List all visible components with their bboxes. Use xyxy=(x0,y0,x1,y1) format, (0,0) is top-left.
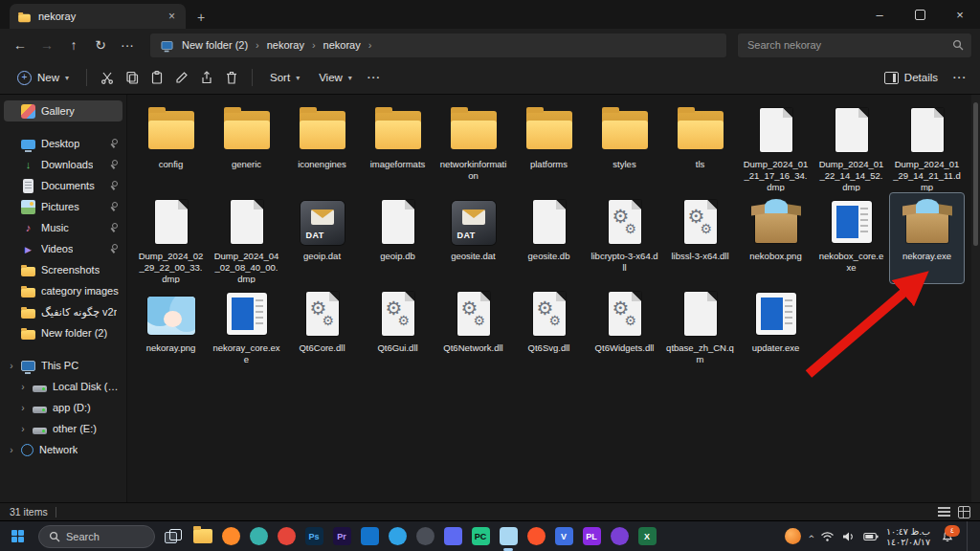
sidebar-item-network[interactable]: ›Network xyxy=(4,439,122,460)
breadcrumb-item-nekoray[interactable]: nekoray xyxy=(265,38,306,52)
file-config[interactable]: config xyxy=(133,100,209,192)
explorer-tab[interactable]: nekoray × xyxy=(10,4,186,29)
taskbar-vscode-icon[interactable] xyxy=(358,524,381,549)
new-button[interactable]: + New ▾ xyxy=(10,67,77,89)
file-qt6widgets-dll[interactable]: ⚙⚙Qt6Widgets.dll xyxy=(587,284,662,376)
file-updater-exe[interactable]: updater.exe xyxy=(738,284,813,376)
sidebar-item-app-d[interactable]: ›app (D:) xyxy=(4,397,122,418)
expand-chevron-icon[interactable]: › xyxy=(8,445,15,455)
taskbar-brave-icon[interactable] xyxy=(524,524,547,549)
details-button[interactable]: Details xyxy=(877,68,946,88)
tray-clock[interactable]: ب.ظ ١٠:٤٧ ١٤٠٢/٠٨/١٧ xyxy=(886,526,930,547)
sidebar-item-downloads[interactable]: Downloads xyxy=(4,154,122,175)
file-nekoray-exe[interactable]: nekoray.exe xyxy=(889,192,965,284)
file-qt6gui-dll[interactable]: ⚙⚙Qt6Gui.dll xyxy=(360,284,435,376)
sidebar-item-this-pc[interactable]: ›This PC xyxy=(4,355,122,376)
file-platforms[interactable]: platforms xyxy=(511,100,587,192)
view-button[interactable]: View ▾ xyxy=(311,68,360,87)
chevron-right-icon[interactable]: › xyxy=(368,39,372,51)
file-dump-2024-01-22-14-14-52-dmp[interactable]: Dump_2024_01_22_14_14_52.dmp xyxy=(813,100,889,192)
file-styles[interactable]: styles xyxy=(587,100,662,192)
file-qtbase-zh-cn-qm[interactable]: qtbase_zh_CN.qm xyxy=(662,284,738,376)
file-imageformats[interactable]: imageformats xyxy=(360,100,435,192)
taskbar-photoshop-icon[interactable]: Ps xyxy=(302,524,325,549)
expand-chevron-icon[interactable]: › xyxy=(19,424,27,434)
details-view-icon[interactable] xyxy=(938,507,950,517)
sidebar-item-music[interactable]: Music xyxy=(4,217,122,238)
show-desktop-button[interactable] xyxy=(967,521,970,551)
taskbar-excel-icon[interactable]: X xyxy=(635,524,658,549)
sidebar-item-other-e[interactable]: ›other (E:) xyxy=(4,418,122,439)
taskbar-firefox-icon[interactable] xyxy=(219,524,242,549)
large-icons-view-icon[interactable] xyxy=(958,506,970,518)
taskbar-v2rayn-icon[interactable]: V xyxy=(552,524,575,549)
tray-avatar[interactable] xyxy=(785,528,801,544)
see-more-icon[interactable]: ··· xyxy=(949,67,970,88)
file-libcrypto-3-x64-dll[interactable]: ⚙⚙libcrypto-3-x64.dll xyxy=(587,192,662,284)
start-button[interactable] xyxy=(6,524,31,549)
sidebar-item-v2r[interactable]: چگونه کانفیگ v2r xyxy=(4,301,122,322)
sort-button[interactable]: Sort ▾ xyxy=(262,68,307,87)
scrollbar[interactable] xyxy=(971,95,980,502)
sidebar-item-documents[interactable]: Documents xyxy=(4,175,122,196)
taskbar-edge-icon[interactable] xyxy=(247,524,270,549)
search-box[interactable] xyxy=(737,33,972,58)
taskbar-premiere-icon[interactable]: Pr xyxy=(330,524,353,549)
taskbar-mpv-icon[interactable] xyxy=(608,524,631,549)
file-dump-2024-02-29-22-00-33-dmp[interactable]: Dump_2024_02_29_22_00_33.dmp xyxy=(133,192,209,284)
file-geoip-dat[interactable]: DATgeoip.dat xyxy=(284,192,360,284)
sidebar-item-category-images[interactable]: category images xyxy=(4,280,122,301)
file-area[interactable]: configgenericiconenginesimageformatsnetw… xyxy=(127,95,980,502)
tab-close-icon[interactable]: × xyxy=(166,10,178,23)
copy-icon[interactable] xyxy=(122,67,143,88)
close-button[interactable]: × xyxy=(940,0,980,29)
chevron-right-icon[interactable]: › xyxy=(312,39,316,51)
file-tls[interactable]: tls xyxy=(662,100,738,192)
sidebar-item-screenshots[interactable]: Screenshots xyxy=(4,259,122,280)
expand-chevron-icon[interactable]: › xyxy=(19,382,27,392)
forward-button[interactable]: → xyxy=(34,33,59,57)
file-qt6svg-dll[interactable]: ⚙⚙Qt6Svg.dll xyxy=(511,284,587,376)
delete-icon[interactable] xyxy=(221,67,242,88)
paste-icon[interactable] xyxy=(146,67,167,88)
taskbar-jetbrains-icon[interactable]: PL xyxy=(580,524,603,549)
sidebar-item-new-folder-2[interactable]: New folder (2) xyxy=(4,322,122,343)
breadcrumb-item-new-folder-2[interactable]: New folder (2) xyxy=(180,38,250,52)
search-input[interactable] xyxy=(746,38,947,52)
refresh-button[interactable]: ↻ xyxy=(88,33,113,57)
file-dump-2024-01-29-14-21-11-dmp[interactable]: Dump_2024_01_29_14_21_11.dmp xyxy=(889,100,965,192)
taskbar-search[interactable]: Search xyxy=(38,525,155,548)
nav-more-button[interactable]: ··· xyxy=(115,33,140,57)
share-icon[interactable] xyxy=(196,67,217,88)
file-nekoray-png[interactable]: nekoray.png xyxy=(133,284,209,376)
file-geosite-dat[interactable]: DATgeosite.dat xyxy=(435,192,511,284)
volume-icon[interactable] xyxy=(842,531,856,542)
file-dump-2024-04-02-08-40-00-dmp[interactable]: Dump_2024_04_02_08_40_00.dmp xyxy=(209,192,284,284)
taskbar-obs-icon[interactable] xyxy=(413,524,436,549)
notification-bell[interactable]: ٤ xyxy=(938,527,957,546)
battery-icon[interactable] xyxy=(863,532,879,541)
taskbar-chrome-icon[interactable] xyxy=(275,524,298,549)
toolbar-more-icon[interactable]: ··· xyxy=(364,67,385,88)
cut-icon[interactable] xyxy=(97,67,118,88)
sidebar-item-videos[interactable]: Videos xyxy=(4,238,122,259)
minimize-button[interactable]: – xyxy=(859,0,900,29)
file-geosite-db[interactable]: geosite.db xyxy=(511,192,587,284)
sidebar-item-pictures[interactable]: Pictures xyxy=(4,196,122,217)
expand-chevron-icon[interactable]: › xyxy=(8,361,15,371)
rename-icon[interactable] xyxy=(171,67,192,88)
hidden-icons-chevron-icon[interactable]: › xyxy=(805,535,816,539)
file-networkinformation[interactable]: networkinformation xyxy=(435,100,511,192)
file-dump-2024-01-21-17-16-34-dmp[interactable]: Dump_2024_01_21_17_16_34.dmp xyxy=(738,100,813,192)
up-button[interactable]: ↑ xyxy=(61,33,86,57)
taskbar-file-explorer-icon[interactable] xyxy=(191,524,214,549)
file-nekoray-core-exe[interactable]: nekoray_core.exe xyxy=(209,284,284,376)
sidebar-item-local-disk-c[interactable]: ›Local Disk (C:) xyxy=(4,376,122,397)
task-view-icon[interactable] xyxy=(165,529,182,544)
file-nekobox-png[interactable]: nekobox.png xyxy=(738,192,813,284)
file-qt6network-dll[interactable]: ⚙⚙Qt6Network.dll xyxy=(435,284,511,376)
address-bar[interactable]: New folder (2)›nekoray›nekoray› xyxy=(149,33,727,58)
taskbar-pycharm-icon[interactable]: PC xyxy=(469,524,492,549)
expand-chevron-icon[interactable]: › xyxy=(19,403,27,413)
file-qt6core-dll[interactable]: ⚙⚙Qt6Core.dll xyxy=(284,284,360,376)
